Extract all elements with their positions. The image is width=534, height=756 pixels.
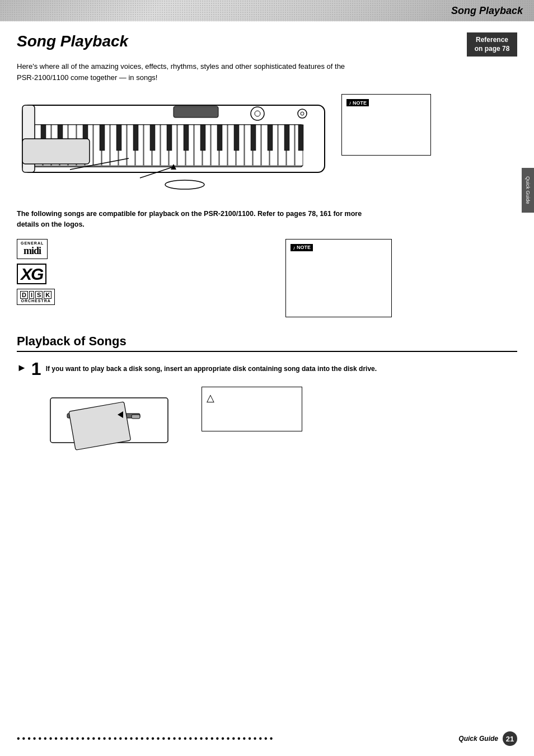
svg-rect-64 (132, 415, 140, 419)
svg-point-51 (251, 107, 264, 120)
svg-rect-43 (200, 125, 205, 151)
note-label-1: NOTE (353, 100, 367, 106)
svg-rect-39 (133, 125, 138, 151)
dots-container: ••••••••••••••••••••••••••••••••••••••••… (17, 734, 455, 744)
playback-section-title: Playback of Songs (17, 328, 517, 349)
page-title-text: Song Playback (17, 32, 128, 50)
section-divider (17, 351, 517, 352)
note-box-1-header: ♪ NOTE (346, 99, 426, 106)
svg-rect-59 (22, 139, 90, 164)
disk-drive-svg (45, 387, 185, 454)
svg-rect-46 (251, 125, 256, 151)
bottom-bar: ••••••••••••••••••••••••••••••••••••••••… (0, 731, 534, 746)
general-midi-logo: GENERAL midi (17, 239, 129, 259)
caution-box: △ (202, 387, 302, 431)
svg-rect-44 (217, 125, 222, 151)
note-box-2-header: ♪ NOTE (291, 244, 387, 251)
page-title-row: Song Playback Reference on page 78 (17, 32, 517, 57)
note-box-2: ♪ NOTE (285, 239, 392, 317)
keyboard-svg (17, 94, 330, 192)
svg-rect-45 (234, 125, 239, 151)
svg-rect-42 (184, 125, 189, 151)
svg-point-54 (301, 112, 304, 115)
disk-orchestra-label: ORCHESTRA (21, 299, 50, 303)
svg-rect-40 (150, 125, 155, 151)
svg-point-52 (255, 111, 260, 116)
main-content: Song Playback Reference on page 78 Here'… (0, 21, 534, 465)
note-icon-2: ♪ NOTE (291, 244, 313, 251)
svg-point-53 (298, 109, 307, 118)
svg-rect-41 (167, 125, 172, 151)
right-side-tab: Quick Guide (522, 168, 534, 213)
top-header: Song Playback (0, 0, 534, 21)
step1-text: If you want to play back a disk song, in… (46, 361, 517, 374)
svg-rect-55 (174, 106, 218, 118)
bold-section: The following songs are compatible for p… (17, 209, 517, 230)
svg-rect-48 (284, 125, 289, 151)
playback-section: Playback of Songs (17, 328, 517, 352)
step-number: 1 (31, 360, 41, 378)
reference-badge: Reference on page 78 (467, 32, 517, 57)
note-label-2: NOTE (297, 245, 311, 250)
caution-icon: △ (207, 392, 297, 404)
intro-text: Here's where all of the amazing voices, … (17, 61, 353, 83)
page-number: 21 (503, 731, 517, 746)
note-icon-1: ♪ NOTE (346, 99, 369, 106)
xg-label: XG (17, 264, 46, 284)
svg-rect-49 (298, 125, 303, 151)
svg-point-58 (165, 180, 204, 189)
xg-logo: XG (17, 264, 129, 284)
keyboard-diagram (17, 94, 330, 192)
step1-container: ► 1 If you want to play back a disk song… (17, 361, 517, 378)
keyboard-diagram-section: ♪ NOTE (17, 94, 517, 198)
quick-guide-label: Quick Guide (458, 735, 498, 743)
note-box-1: ♪ NOTE (341, 94, 431, 156)
svg-rect-38 (116, 125, 121, 151)
gm-general-label: GENERAL (21, 241, 44, 245)
bottom-right: Quick Guide 21 (458, 731, 517, 746)
step-arrow: ► (17, 362, 27, 374)
disk-orchestra-logo: D I S K ORCHESTRA (17, 289, 129, 305)
svg-rect-37 (100, 125, 105, 151)
logos-section: GENERAL midi XG D I S K (17, 239, 517, 317)
bold-section-text: The following songs are compatible for p… (17, 209, 364, 230)
reference-line1: Reference (472, 36, 512, 45)
logos-left: GENERAL midi XG D I S K (17, 239, 129, 305)
svg-rect-47 (268, 125, 273, 151)
header-title: Song Playback (451, 5, 523, 17)
reference-line2: on page 78 (472, 45, 512, 54)
disk-logo-icons: D I S K (20, 291, 51, 299)
gm-midi-label: midi (24, 245, 41, 257)
disk-drive-section: △ (45, 387, 517, 454)
